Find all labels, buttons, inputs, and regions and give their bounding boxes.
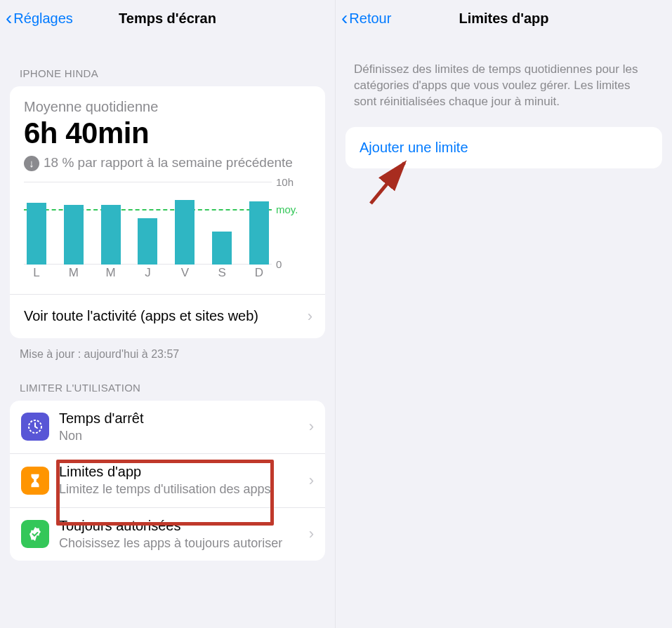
downtime-icon [21, 413, 49, 441]
chart-day-label: J [138, 266, 157, 280]
chart-bar [249, 201, 269, 265]
check-badge-icon [21, 520, 49, 548]
always-allowed-sub: Choisissez les apps à toujours autoriser [59, 535, 303, 552]
page-title: Limites d'app [459, 11, 548, 27]
chevron-right-icon: › [309, 472, 314, 490]
always-allowed-row[interactable]: Toujours autorisées Choisissez les apps … [10, 507, 325, 561]
back-button[interactable]: ‹ Retour [336, 8, 391, 28]
chevron-right-icon: › [309, 417, 314, 436]
chart-bar [101, 205, 121, 265]
chart-day-label: D [249, 266, 269, 280]
app-limits-title: Limites d'app [59, 464, 303, 480]
delta-row: ↓ 18 % par rapport à la semaine précéden… [24, 154, 311, 172]
chevron-left-icon: ‹ [6, 8, 12, 28]
chart-bar [64, 205, 84, 265]
ylabel-avg: moy. [276, 203, 298, 215]
chevron-left-icon: ‹ [341, 8, 348, 28]
chart-day-label: V [175, 266, 195, 280]
add-limit-button[interactable]: Ajouter une limite [360, 140, 648, 156]
chart-bar [138, 218, 157, 265]
add-limit-card: Ajouter une limite [345, 127, 662, 168]
downtime-sub: Non [59, 428, 303, 444]
svg-line-1 [371, 163, 404, 203]
chart-bar [27, 203, 46, 264]
back-label: Retour [349, 11, 391, 27]
chart-bar [175, 200, 195, 265]
ylabel-bot: 0 [276, 258, 282, 270]
update-note: Mise à jour : aujourd'hui à 23:57 [0, 338, 335, 361]
hourglass-icon [21, 467, 49, 495]
arrow-down-circle-icon: ↓ [24, 156, 39, 171]
see-all-activity-label: Voir toute l'activité (apps et sites web… [24, 308, 258, 324]
chart-day-label: M [64, 266, 84, 280]
app-limits-sub: Limitez le temps d'utilisation des apps [59, 481, 303, 497]
ylabel-top: 10h [276, 176, 294, 188]
screen-time-pane: ‹ Réglages Temps d'écran IPHONE HINDA Mo… [0, 0, 336, 628]
chart-day-label: M [101, 266, 121, 280]
weekly-chart: LMMJVSD 10h moy. 0 [24, 172, 311, 280]
chart-bar [212, 232, 232, 265]
chart-day-label: L [27, 266, 46, 280]
average-label: Moyenne quotidienne [24, 99, 311, 115]
downtime-row[interactable]: Temps d'arrêt Non › [10, 401, 325, 454]
chevron-right-icon: › [309, 525, 314, 543]
description-text: Définissez des limites de temps quotidie… [336, 36, 672, 127]
back-label: Réglages [13, 11, 73, 27]
limit-section-label: LIMITER L'UTILISATION [0, 361, 335, 401]
header: ‹ Retour Limites d'app [336, 0, 672, 36]
average-value: 6h 40min [24, 116, 311, 150]
header: ‹ Réglages Temps d'écran [0, 0, 335, 36]
limits-list: Temps d'arrêt Non › Limites d'app Limite… [10, 401, 325, 561]
device-section-label: IPHONE HINDA [0, 36, 335, 86]
delta-text: 18 % par rapport à la semaine précédente [44, 154, 293, 172]
page-title: Temps d'écran [119, 11, 216, 27]
see-all-activity-row[interactable]: Voir toute l'activité (apps et sites web… [10, 295, 325, 338]
usage-card: Moyenne quotidienne 6h 40min ↓ 18 % par … [10, 86, 325, 338]
chevron-right-icon: › [308, 307, 312, 326]
app-limits-row[interactable]: Limites d'app Limitez le temps d'utilisa… [10, 453, 325, 507]
app-limits-pane: ‹ Retour Limites d'app Définissez des li… [336, 0, 672, 628]
downtime-title: Temps d'arrêt [59, 410, 303, 427]
back-button[interactable]: ‹ Réglages [0, 8, 73, 28]
always-allowed-title: Toujours autorisées [59, 518, 303, 534]
chart-day-label: S [212, 266, 232, 280]
